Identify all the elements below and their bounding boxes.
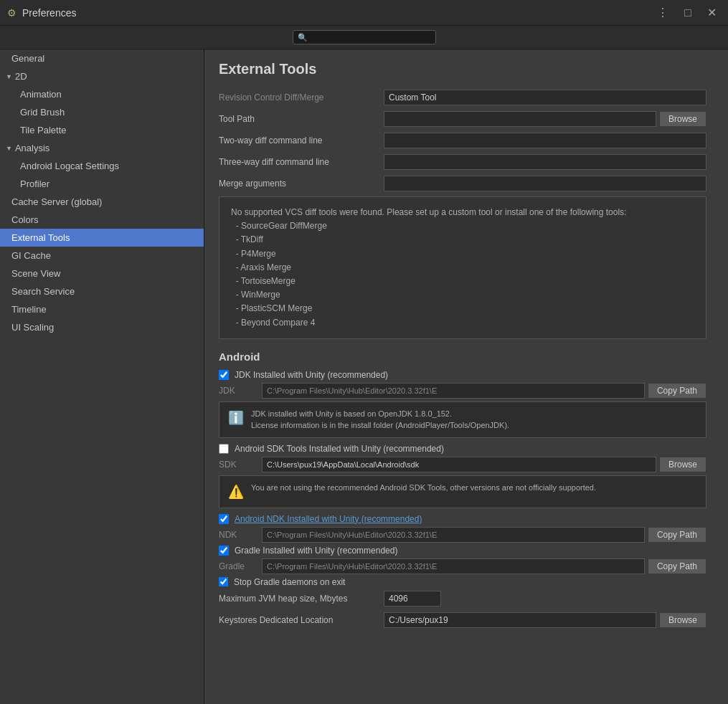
search-bar: 🔍 bbox=[0, 26, 728, 49]
sidebar-item-scene-view[interactable]: Scene View bbox=[0, 265, 204, 282]
tool-path-row: Tool Path Browse bbox=[219, 110, 706, 128]
title-bar-left: ⚙ Preferences bbox=[7, 7, 76, 19]
stop-gradle-checkbox[interactable] bbox=[219, 577, 228, 586]
warning-icon: ⚠️ bbox=[228, 482, 244, 502]
title-bar: ⚙ Preferences ⋮ □ ✕ bbox=[0, 0, 728, 26]
sidebar: General ▼ 2D Animation Grid Brush Tile P… bbox=[0, 49, 204, 704]
sidebar-item-2d[interactable]: ▼ 2D bbox=[0, 67, 204, 85]
info-icon: ℹ️ bbox=[228, 409, 244, 428]
content-inner: External Tools Revision Control Diff/Mer… bbox=[204, 49, 728, 644]
title-bar-controls: ⋮ □ ✕ bbox=[653, 4, 721, 21]
jdk-info-text: JDK installed with Unity is based on Ope… bbox=[251, 408, 509, 432]
ndk-path-input[interactable] bbox=[262, 527, 645, 543]
close-button[interactable]: ✕ bbox=[703, 4, 721, 21]
gear-icon: ⚙ bbox=[7, 7, 16, 19]
merge-args-row: Merge arguments bbox=[219, 175, 706, 192]
stop-gradle-row: Stop Gradle daemons on exit bbox=[219, 577, 706, 587]
keystores-input[interactable] bbox=[384, 612, 656, 628]
sidebar-item-profiler[interactable]: Profiler bbox=[0, 175, 204, 193]
merge-args-input[interactable] bbox=[384, 176, 706, 191]
sidebar-item-ui-scaling[interactable]: UI Scaling bbox=[0, 318, 204, 336]
no-vcs-info-box: No supported VCS diff tools were found. … bbox=[219, 196, 706, 339]
tool-path-input[interactable] bbox=[384, 111, 656, 127]
search-wrap: 🔍 bbox=[293, 30, 436, 44]
sdk-warning-alert: ⚠️ You are not using the recommended And… bbox=[219, 475, 706, 508]
stop-gradle-label: Stop Gradle daemons on exit bbox=[234, 577, 345, 587]
max-jvm-input[interactable] bbox=[384, 591, 441, 607]
sdk-browse-button[interactable]: Browse bbox=[659, 457, 706, 472]
ndk-path-row: NDK Copy Path bbox=[219, 527, 706, 543]
search-input[interactable] bbox=[311, 32, 431, 42]
revision-control-label: Revision Control Diff/Merge bbox=[219, 92, 384, 103]
sidebar-item-colors[interactable]: Colors bbox=[0, 211, 204, 229]
sdk-path-input[interactable] bbox=[262, 457, 656, 472]
jdk-path-input[interactable] bbox=[262, 383, 645, 399]
keystores-browse-button[interactable]: Browse bbox=[659, 612, 706, 628]
gradle-path-input[interactable] bbox=[262, 558, 645, 574]
two-way-input[interactable] bbox=[384, 133, 706, 148]
ndk-copy-path-button[interactable]: Copy Path bbox=[648, 527, 706, 543]
ndk-checkbox-label[interactable]: Android NDK Installed with Unity (recomm… bbox=[235, 514, 422, 524]
sidebar-item-cache-server[interactable]: Cache Server (global) bbox=[0, 193, 204, 211]
sdk-label: SDK bbox=[219, 460, 262, 470]
two-way-row: Two-way diff command line bbox=[219, 132, 706, 149]
sidebar-item-analysis[interactable]: ▼ Analysis bbox=[0, 139, 204, 157]
keystores-label: Keystores Dedicated Location bbox=[219, 615, 384, 625]
jdk-info-alert: ℹ️ JDK installed with Unity is based on … bbox=[219, 401, 706, 438]
gradle-checkbox[interactable] bbox=[219, 546, 229, 556]
max-jvm-row: Maximum JVM heap size, Mbytes bbox=[219, 590, 706, 607]
arrow-icon: ▼ bbox=[6, 145, 12, 152]
sidebar-item-tile-palette[interactable]: Tile Palette bbox=[0, 121, 204, 139]
sidebar-item-animation[interactable]: Animation bbox=[0, 85, 204, 103]
merge-args-label: Merge arguments bbox=[219, 179, 384, 189]
gradle-copy-path-button[interactable]: Copy Path bbox=[648, 558, 706, 574]
sdk-path-row: SDK Browse bbox=[219, 457, 706, 472]
gradle-checkbox-row: Gradle Installed with Unity (recommended… bbox=[219, 546, 706, 556]
sidebar-item-external-tools[interactable]: External Tools bbox=[0, 229, 204, 247]
gradle-path-row: Gradle Copy Path bbox=[219, 558, 706, 574]
sdk-checkbox[interactable] bbox=[219, 444, 229, 454]
sidebar-item-general[interactable]: General bbox=[0, 49, 204, 67]
tool-path-browse-button[interactable]: Browse bbox=[659, 111, 706, 127]
three-way-row: Three-way diff command line bbox=[219, 153, 706, 171]
window-title: Preferences bbox=[22, 7, 76, 19]
page-title: External Tools bbox=[219, 61, 706, 77]
keystores-row: Keystores Dedicated Location Browse bbox=[219, 612, 706, 629]
sdk-checkbox-row: Android SDK Tools Installed with Unity (… bbox=[219, 444, 706, 454]
ndk-checkbox-row: Android NDK Installed with Unity (recomm… bbox=[219, 514, 706, 524]
gradle-label: Gradle bbox=[219, 561, 262, 571]
gradle-checkbox-label: Gradle Installed with Unity (recommended… bbox=[235, 546, 397, 556]
sidebar-item-timeline[interactable]: Timeline bbox=[0, 300, 204, 318]
jdk-copy-path-button[interactable]: Copy Path bbox=[648, 383, 706, 399]
jdk-path-row: JDK Copy Path bbox=[219, 383, 706, 399]
max-jvm-label: Maximum JVM heap size, Mbytes bbox=[219, 594, 384, 604]
content-area: External Tools Revision Control Diff/Mer… bbox=[204, 49, 728, 704]
jdk-checkbox-label: JDK Installed with Unity (recommended) bbox=[235, 370, 388, 380]
android-section-title: Android bbox=[219, 351, 706, 363]
search-icon: 🔍 bbox=[298, 33, 308, 42]
three-way-input[interactable] bbox=[384, 154, 706, 170]
revision-control-input[interactable] bbox=[384, 90, 706, 105]
maximize-button[interactable]: □ bbox=[680, 5, 696, 21]
sdk-warning-text: You are not using the recommended Androi… bbox=[251, 482, 596, 494]
ndk-label: NDK bbox=[219, 530, 262, 540]
jdk-label: JDK bbox=[219, 386, 262, 396]
jdk-checkbox[interactable] bbox=[219, 370, 229, 380]
main-layout: General ▼ 2D Animation Grid Brush Tile P… bbox=[0, 49, 728, 704]
revision-control-row: Revision Control Diff/Merge bbox=[219, 89, 706, 106]
more-options-button[interactable]: ⋮ bbox=[653, 4, 673, 21]
two-way-label: Two-way diff command line bbox=[219, 135, 384, 146]
sdk-checkbox-label: Android SDK Tools Installed with Unity (… bbox=[235, 444, 444, 454]
sidebar-item-grid-brush[interactable]: Grid Brush bbox=[0, 103, 204, 121]
tool-path-label: Tool Path bbox=[219, 114, 384, 124]
sidebar-item-gi-cache[interactable]: GI Cache bbox=[0, 247, 204, 265]
sidebar-item-search-service[interactable]: Search Service bbox=[0, 282, 204, 300]
no-vcs-message: No supported VCS diff tools were found. … bbox=[231, 207, 626, 328]
sidebar-item-android-logcat[interactable]: Android Logcat Settings bbox=[0, 157, 204, 175]
arrow-icon: ▼ bbox=[6, 73, 12, 80]
three-way-label: Three-way diff command line bbox=[219, 157, 384, 167]
jdk-checkbox-row: JDK Installed with Unity (recommended) bbox=[219, 370, 706, 380]
ndk-checkbox[interactable] bbox=[219, 514, 229, 524]
